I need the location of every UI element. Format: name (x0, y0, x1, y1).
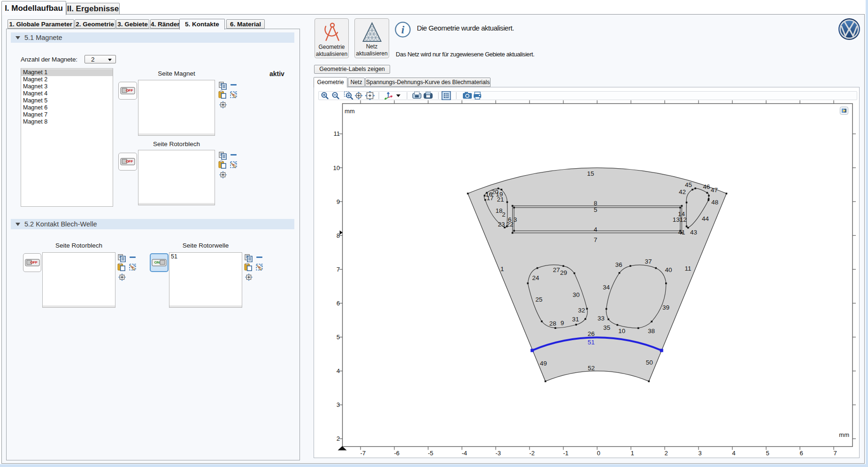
svg-text:10: 10 (618, 327, 625, 335)
svg-text:12: 12 (680, 216, 687, 223)
svg-text:2: 2 (665, 450, 668, 457)
svg-text:38: 38 (648, 327, 655, 335)
svg-text:26: 26 (588, 330, 595, 337)
svg-text:30: 30 (573, 291, 580, 298)
svg-text:-2: -2 (530, 450, 535, 457)
svg-text:45: 45 (685, 181, 692, 188)
svg-text:27: 27 (553, 266, 560, 273)
svg-text:43: 43 (690, 229, 697, 236)
svg-text:15: 15 (587, 170, 594, 177)
svg-text:6: 6 (337, 300, 340, 307)
svg-text:-1: -1 (563, 450, 569, 457)
svg-text:51: 51 (588, 339, 595, 346)
svg-text:23: 23 (498, 221, 505, 228)
svg-text:i: i (401, 23, 405, 36)
svg-text:3: 3 (699, 450, 702, 457)
svg-text:46: 46 (703, 183, 710, 190)
svg-text:36: 36 (615, 261, 622, 268)
svg-text:3: 3 (514, 216, 517, 223)
svg-text:17: 17 (487, 195, 494, 202)
svg-text:8: 8 (337, 232, 340, 239)
svg-text:42: 42 (679, 188, 686, 195)
svg-text:-4: -4 (462, 450, 468, 457)
svg-text:35: 35 (603, 324, 610, 331)
svg-text:10: 10 (333, 164, 340, 171)
svg-text:32: 32 (578, 307, 585, 314)
svg-text:31: 31 (572, 316, 579, 323)
svg-text:mm: mm (839, 431, 849, 438)
svg-text:13: 13 (673, 216, 680, 223)
svg-text:50: 50 (646, 359, 653, 366)
svg-text:2: 2 (337, 435, 340, 442)
svg-text:39: 39 (662, 304, 669, 311)
svg-text:9: 9 (561, 319, 564, 327)
svg-text:7: 7 (337, 266, 340, 273)
svg-text:5: 5 (594, 206, 598, 213)
svg-text:-6: -6 (394, 450, 400, 457)
svg-text:25: 25 (535, 296, 542, 303)
svg-text:40: 40 (665, 266, 672, 273)
svg-text:4: 4 (337, 367, 340, 374)
svg-text:28: 28 (549, 320, 556, 327)
svg-text:22: 22 (506, 221, 513, 228)
svg-text:41: 41 (678, 229, 685, 236)
svg-text:-7: -7 (361, 450, 366, 457)
svg-text:-3: -3 (496, 450, 501, 457)
svg-text:1: 1 (631, 450, 634, 457)
svg-text:2: 2 (502, 211, 506, 218)
svg-text:47: 47 (711, 187, 718, 194)
svg-text:44: 44 (702, 215, 709, 222)
svg-text:5: 5 (766, 450, 769, 457)
svg-text:48: 48 (711, 199, 718, 206)
svg-text:29: 29 (560, 269, 567, 276)
svg-text:mm: mm (345, 108, 355, 115)
svg-text:7: 7 (834, 450, 837, 457)
svg-text:4: 4 (594, 226, 598, 233)
svg-text:11: 11 (334, 130, 340, 137)
svg-text:37: 37 (645, 258, 652, 265)
svg-text:9: 9 (337, 198, 340, 205)
svg-text:3: 3 (337, 401, 340, 408)
svg-text:34: 34 (603, 284, 610, 291)
svg-text:52: 52 (588, 365, 595, 372)
svg-text:6: 6 (800, 450, 803, 457)
svg-text:8: 8 (594, 200, 598, 207)
svg-text:7: 7 (594, 236, 598, 243)
svg-text:33: 33 (598, 315, 605, 322)
svg-text:4: 4 (732, 450, 736, 457)
svg-text:5: 5 (337, 334, 340, 341)
svg-text:1: 1 (500, 265, 504, 272)
svg-text:-5: -5 (428, 450, 434, 457)
svg-text:24: 24 (532, 274, 539, 281)
svg-text:21: 21 (497, 196, 504, 203)
svg-text:0: 0 (597, 450, 600, 457)
svg-text:49: 49 (540, 360, 547, 367)
svg-text:11: 11 (685, 265, 691, 272)
